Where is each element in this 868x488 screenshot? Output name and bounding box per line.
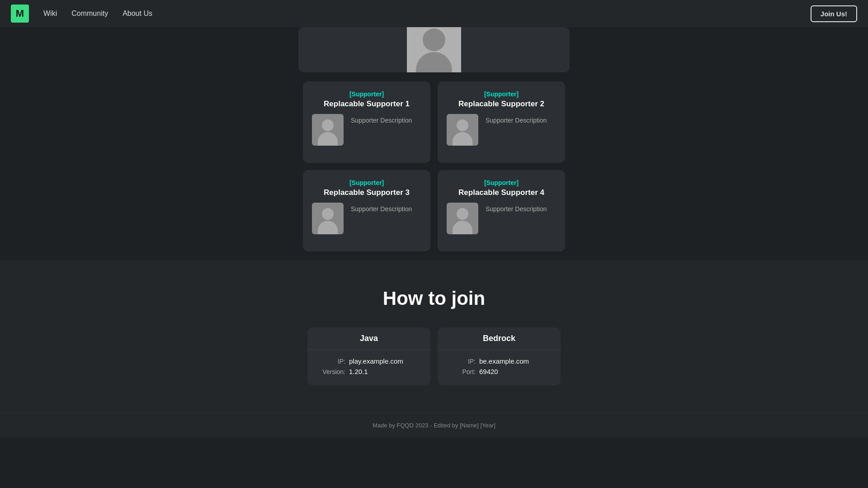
supporter-body-4: Supporter Description: [447, 203, 556, 234]
supporter-card-1: [Supporter] Replacable Supporter 1 Suppo…: [303, 81, 430, 163]
supporter-desc-3: Supporter Description: [351, 203, 412, 214]
supporter-name-4: Replacable Supporter 4: [458, 188, 544, 197]
how-to-join-title: How to join: [383, 288, 485, 309]
supporter-desc-1: Supporter Description: [351, 114, 412, 125]
java-ip-value: play.example.com: [349, 357, 403, 365]
page-content: [Supporter] Replacable Supporter 1 Suppo…: [0, 0, 868, 412]
supporters-section: [Supporter] Replacable Supporter 1 Suppo…: [0, 81, 868, 261]
avatar-body-4: [453, 221, 472, 234]
java-version-value: 1.20.1: [349, 368, 368, 375]
supporter-name-1: Replacable Supporter 1: [324, 99, 410, 109]
java-version-label: Version:: [316, 368, 345, 375]
java-ip-label: IP:: [316, 358, 345, 365]
navbar: M Wiki Community About Us Join Us!: [0, 0, 868, 27]
java-card: Java IP: play.example.com Version: 1.20.…: [307, 327, 430, 385]
nav-community[interactable]: Community: [71, 9, 108, 18]
supporter-avatar-3: [312, 203, 344, 234]
supporter-desc-4: Supporter Description: [486, 203, 547, 214]
supporter-body-1: Supporter Description: [312, 114, 421, 146]
supporter-tag-4: [Supporter]: [447, 179, 556, 186]
supporter-card-3: [Supporter] Replacable Supporter 3 Suppo…: [303, 170, 430, 251]
supporter-avatar-4: [447, 203, 478, 234]
footer: Made by FQQD 2023 - Edited by [Name] [Ye…: [0, 412, 868, 438]
bedrock-ip-row: IP: be.example.com: [447, 357, 552, 365]
supporter-body-2: Supporter Description: [447, 114, 556, 146]
avatar-head-4: [457, 208, 468, 220]
avatar-head-3: [322, 208, 334, 220]
java-version-row: Version: 1.20.1: [316, 368, 421, 375]
bedrock-port-row: Port: 69420: [447, 368, 552, 375]
supporter-tag-2: [Supporter]: [447, 90, 556, 98]
bedrock-body: IP: be.example.com Port: 69420: [438, 350, 561, 385]
java-header: Java: [307, 327, 430, 350]
nav-links: Wiki Community About Us: [43, 9, 811, 18]
supporter-body-3: Supporter Description: [312, 203, 421, 234]
supporter-name-2: Replacable Supporter 2: [458, 99, 544, 109]
java-ip-row: IP: play.example.com: [316, 357, 421, 365]
java-body: IP: play.example.com Version: 1.20.1: [307, 350, 430, 385]
hero-section: [0, 27, 868, 81]
hero-avatar-head: [423, 28, 445, 51]
hero-avatar: [407, 27, 461, 72]
bedrock-port-value: 69420: [479, 368, 498, 375]
supporter-avatar-1: [312, 114, 344, 146]
supporter-desc-2: Supporter Description: [486, 114, 547, 125]
avatar-body-2: [453, 132, 472, 146]
nav-wiki[interactable]: Wiki: [43, 9, 57, 18]
bedrock-ip-label: IP:: [447, 358, 476, 365]
hero-card: [298, 27, 570, 72]
avatar-body-1: [318, 132, 338, 146]
supporter-card-2: [Supporter] Replacable Supporter 2 Suppo…: [438, 81, 565, 163]
bedrock-ip-value: be.example.com: [479, 357, 529, 365]
avatar-body-3: [318, 221, 338, 234]
how-to-join-section: How to join Java IP: play.example.com Ve…: [0, 261, 868, 412]
join-grid: Java IP: play.example.com Version: 1.20.…: [307, 327, 561, 385]
footer-text: Made by FQQD 2023 - Edited by [Name] [Ye…: [9, 422, 859, 429]
supporter-tag-3: [Supporter]: [312, 179, 421, 186]
supporter-tag-1: [Supporter]: [312, 90, 421, 98]
site-logo[interactable]: M: [11, 5, 29, 23]
avatar-head-2: [457, 119, 468, 131]
supporter-name-3: Replacable Supporter 3: [324, 188, 410, 197]
nav-about[interactable]: About Us: [123, 9, 152, 18]
hero-avatar-body: [416, 52, 452, 72]
bedrock-header: Bedrock: [438, 327, 561, 350]
bedrock-card: Bedrock IP: be.example.com Port: 69420: [438, 327, 561, 385]
avatar-head-1: [322, 119, 334, 131]
supporter-avatar-2: [447, 114, 478, 146]
supporter-card-4: [Supporter] Replacable Supporter 4 Suppo…: [438, 170, 565, 251]
join-button[interactable]: Join Us!: [811, 5, 857, 22]
hero-avatar-person: [407, 27, 461, 72]
bedrock-port-label: Port:: [447, 368, 476, 375]
supporters-grid: [Supporter] Replacable Supporter 1 Suppo…: [303, 81, 565, 261]
